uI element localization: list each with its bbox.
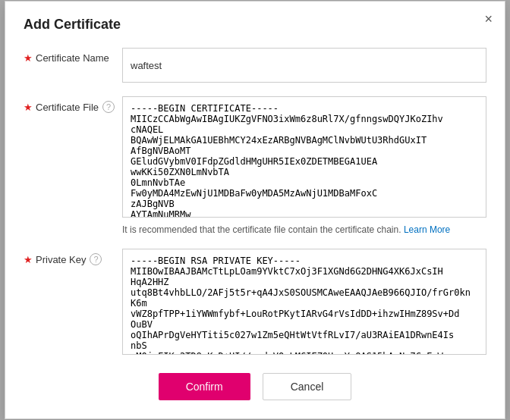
certificate-name-row: ★ Certificate Name [24, 48, 486, 83]
certificate-file-help-icon[interactable]: ? [102, 101, 115, 113]
add-certificate-dialog: × Add Certificate ★ Certificate Name ★ C… [5, 1, 505, 419]
required-star-2: ★ [24, 102, 33, 113]
required-star: ★ [24, 52, 33, 64]
confirm-button[interactable]: Confirm [159, 373, 250, 400]
cancel-button[interactable]: Cancel [263, 373, 352, 400]
certificate-name-label: ★ Certificate Name [24, 48, 122, 64]
private-key-field: -----BEGIN RSA PRIVATE KEY----- MIIBOwIB… [122, 249, 486, 358]
learn-more-link[interactable]: Learn More [404, 224, 450, 235]
certificate-file-hint: It is recommended that the certificate f… [122, 224, 486, 235]
certificate-name-field [122, 48, 486, 83]
private-key-label: ★ Private Key ? [24, 249, 122, 265]
private-key-row: ★ Private Key ? -----BEGIN RSA PRIVATE K… [24, 249, 486, 358]
certificate-name-input[interactable] [122, 48, 486, 83]
dialog-title: Add Certificate [24, 17, 486, 33]
close-button[interactable]: × [484, 12, 493, 26]
private-key-help-icon[interactable]: ? [90, 253, 102, 265]
certificate-file-field: -----BEGIN CERTIFICATE----- MIICzCCAbWgA… [122, 96, 486, 235]
certificate-file-row: ★ Certificate File ? -----BEGIN CERTIFIC… [24, 96, 486, 235]
required-star-3: ★ [24, 254, 33, 265]
certificate-file-label: ★ Certificate File ? [24, 96, 122, 113]
certificate-file-textarea[interactable]: -----BEGIN CERTIFICATE----- MIICzCCAbWgA… [122, 96, 486, 218]
private-key-textarea[interactable]: -----BEGIN RSA PRIVATE KEY----- MIIBOwIB… [122, 249, 486, 355]
dialog-actions: Confirm Cancel [24, 373, 486, 400]
